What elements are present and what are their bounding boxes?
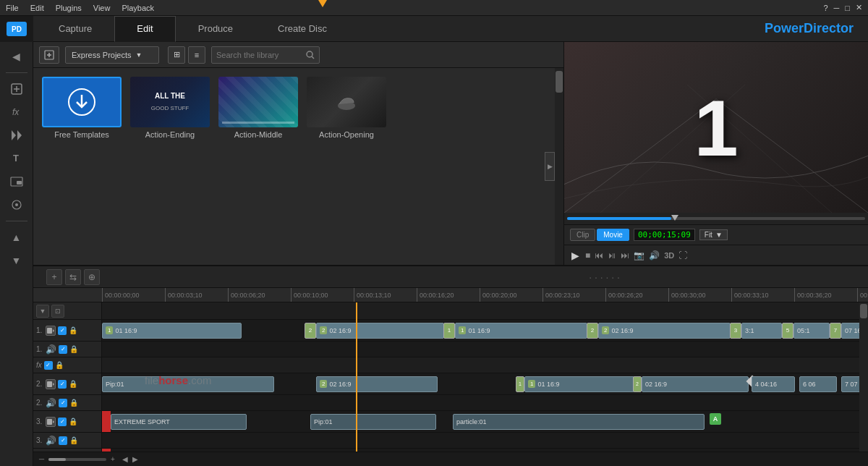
track-1a-check[interactable]: ✓ [59,345,67,354]
clip-1-4[interactable]: 2 02 16:9 [598,323,731,339]
prev-btn[interactable]: ◀ [122,455,128,463]
track-fx-check[interactable]: ✓ [44,361,53,370]
sidebar-collapse-icon[interactable]: ◀ [5,46,28,67]
clip-1-6[interactable]: 05:1 [793,323,830,339]
clip-tab[interactable]: Clip [570,229,595,241]
grid-view-button[interactable]: ⊞ [168,46,185,64]
track-2a-content[interactable] [102,395,868,410]
track-fx-content[interactable] [102,357,868,373]
clip-1-1[interactable]: 1 01 16:9 [102,323,242,339]
tab-produce[interactable]: Produce [176,16,255,42]
menu-edit[interactable]: Edit [30,4,44,12]
volume-button[interactable]: 🔊 [649,250,660,260]
clip-2-2[interactable]: 2 02 16:9 [316,376,438,392]
clip-2-4[interactable]: 02 16:9 [642,376,749,392]
preview-scrubber[interactable] [564,213,868,224]
library-item-free-templates[interactable]: Free Templates [42,77,122,139]
track-2a-lock[interactable]: 🔒 [69,399,78,407]
track-2-lock[interactable]: 🔒 [69,380,77,388]
close-icon[interactable]: ✕ [856,3,862,12]
track-2-video-content[interactable]: Pip:01 2 02 16:9 1 1 01 16:9 2 02 16:9 [102,373,868,394]
clip-3-1[interactable]: EXTREME SPORT [111,414,247,430]
app-logo-power: Power [765,21,804,35]
timeline-fit[interactable]: ⊡ [51,305,64,318]
clip-2-6[interactable]: 6 06 [799,376,837,392]
search-input[interactable] [216,51,303,59]
track-1-video-content[interactable]: 1 01 16:9 2 2 02 16:9 1 1 01 16:9 [102,320,868,341]
tab-capture[interactable]: Capture [36,16,114,42]
track-3-check[interactable]: ✓ [58,418,67,426]
movie-tab[interactable]: Movie [597,229,629,241]
track-1a-lock[interactable]: 🔒 [69,345,78,353]
clip-4-1[interactable]: EXTREME SPORT [165,452,292,452]
tab-create-disc[interactable]: Create Disc [255,16,349,42]
menu-playback[interactable]: Playback [122,4,154,12]
timeline-zoom-in[interactable]: ▼ [36,305,49,318]
library-item-action-middle[interactable]: Action-Middle [218,77,298,139]
frame-forward-button[interactable]: ⏭ [621,250,629,260]
svg-rect-27 [47,381,52,387]
tab-edit[interactable]: Edit [114,16,175,42]
clip-2-1[interactable]: Pip:01 [102,376,274,392]
sidebar-fx-icon[interactable]: fx [5,102,28,122]
track-2-check[interactable]: ✓ [58,380,67,389]
fit-dropdown[interactable]: Fit ▼ [699,229,728,240]
import-button[interactable] [39,46,59,64]
track-4-video-content[interactable]: ME:S.P EXTREME SPORT ME:P Pip:01 If you'… [102,449,868,452]
next-btn[interactable]: ▶ [132,455,138,463]
track-1-check[interactable]: ✓ [58,326,67,335]
library-item-action-ending[interactable]: ALL THE GOOD STUFF Action-Ending [130,77,210,139]
menu-plugins[interactable]: Plugins [56,4,82,12]
sidebar-title-icon[interactable]: T [5,148,28,169]
snapshot-button[interactable]: 📷 [634,250,644,260]
track-1a-content[interactable] [102,342,868,357]
clip-1-2[interactable]: 2 02 16:9 [316,323,444,339]
library-collapse-btn[interactable]: ▶ [545,152,555,181]
clip-1-5[interactable]: 3:1 [741,323,782,339]
clip-1-3[interactable]: 1 01 16:9 [455,323,587,339]
clip-2-5[interactable]: 4 04:16 [752,376,795,392]
scrubber-track[interactable] [567,217,865,220]
track-3a-lock[interactable]: 🔒 [69,436,78,444]
zoom-out-btn[interactable]: ─ [39,455,44,463]
clip-2-3[interactable]: 1 01 16:9 [524,376,634,392]
track-3-video-content[interactable]: EXTREME SPORT Pip:01 particle:01 A [102,411,868,432]
scrubber-thumb[interactable] [671,215,678,221]
clip-4-quote-1[interactable]: If you're going to do something, str [592,452,807,452]
sidebar-pip-icon[interactable] [5,171,28,192]
stop-button[interactable]: ■ [585,250,590,260]
express-projects-dropdown[interactable]: Express Projects ▼ [65,46,159,64]
track-3a-check[interactable]: ✓ [59,436,67,445]
play-button[interactable]: ▶ [570,248,581,263]
timeline-add-track-btn[interactable]: + [46,269,62,285]
track-3-lock[interactable]: 🔒 [69,418,77,425]
menu-view[interactable]: View [93,4,111,12]
timeline-ripple-btn[interactable]: ⇆ [65,269,81,285]
track-3a-content[interactable] [102,433,868,448]
sidebar-audio-icon[interactable] [5,195,28,215]
maximize-icon[interactable]: □ [845,4,850,12]
clip-3-3[interactable]: particle:01 [453,414,705,430]
clip-3-2[interactable]: Pip:01 [310,414,436,430]
list-view-button[interactable]: ≡ [188,46,205,64]
track-fx-lock[interactable]: 🔒 [55,361,64,369]
sidebar-down-arrow[interactable]: ▼ [5,250,28,271]
track-2a-check[interactable]: ✓ [59,399,67,407]
clip-3-a-badge: A [710,413,721,425]
slow-motion-button[interactable]: ⏯ [608,250,616,260]
sidebar-up-arrow[interactable]: ▲ [5,227,28,247]
help-icon[interactable]: ? [823,4,827,12]
library-item-action-opening[interactable]: Action-Opening [307,77,386,139]
3d-button[interactable]: 3D [664,251,674,260]
zoom-in-btn[interactable]: + [111,455,115,463]
sidebar-transition-icon[interactable] [5,125,28,145]
frame-back-button[interactable]: ⏮ [595,250,603,260]
timeline-snap-btn[interactable]: ⊕ [84,269,100,285]
minimize-icon[interactable]: ─ [834,4,840,12]
sidebar-effects-icon[interactable] [5,79,28,99]
menu-file[interactable]: File [6,4,19,12]
fullscreen-button[interactable]: ⛶ [678,250,687,260]
zoom-slider[interactable] [48,458,106,461]
track-1-lock[interactable]: 🔒 [69,326,77,334]
clip-4-2[interactable]: Pip:01 [507,452,579,452]
